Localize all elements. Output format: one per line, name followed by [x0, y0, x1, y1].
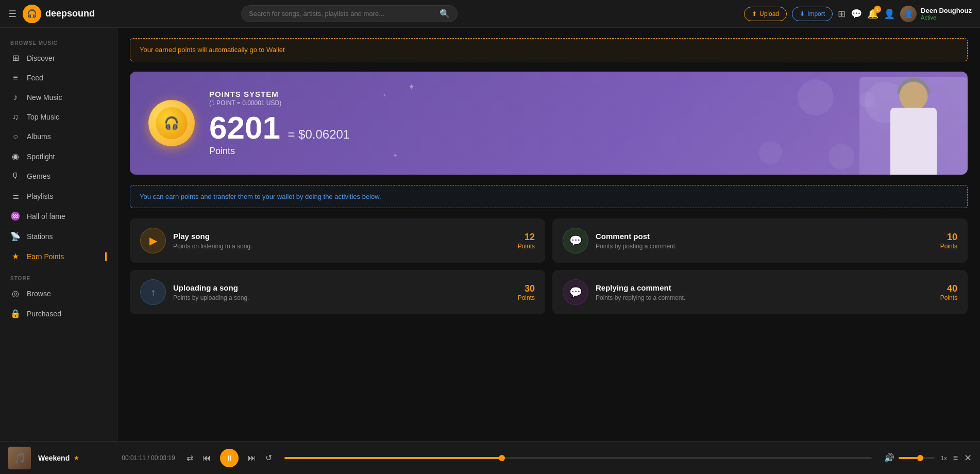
sidebar: BROWSE MUSIC ⊞ Discover ≡ Feed ♪ New Mus…	[0, 28, 117, 441]
comment-post-desc: Points by posting a comment.	[596, 243, 933, 250]
replying-comment-icon: 💬	[563, 279, 588, 305]
wallet-banner: Your earned points will automatically go…	[130, 38, 968, 61]
deco-circle-1	[798, 79, 834, 115]
search-bar[interactable]: 🔍	[241, 5, 458, 22]
prev-button[interactable]: ⏮	[202, 453, 211, 463]
hall-of-fame-icon: ♒	[10, 211, 21, 221]
browse-store-icon: ◎	[10, 289, 21, 298]
progress-thumb	[499, 455, 505, 461]
sidebar-item-albums[interactable]: ○ Albums	[0, 127, 117, 146]
uploading-song-text: Uploading a song Points by uploading a s…	[173, 283, 511, 301]
person-silhouette	[859, 77, 968, 175]
person-illustration	[854, 72, 968, 175]
next-button[interactable]: ⏭	[248, 453, 256, 463]
notification-badge: 1	[874, 6, 881, 13]
player-controls: ⇄ ⏮ ⏸ ⏭ ↺	[187, 449, 272, 467]
sidebar-item-playlists[interactable]: ≣ Playlists	[0, 186, 117, 206]
feed-icon: ≡	[10, 73, 21, 82]
points-number: 6201	[209, 112, 280, 144]
store-section-label: STORE	[0, 272, 117, 283]
nav-actions: ⬆ Upload ⬇ Import ⊞ 💬 🔔 1 👤 👤 Deen Dough…	[744, 6, 972, 22]
points-system-title: POINTS SYSTEM	[209, 90, 949, 98]
sidebar-item-browse-store[interactable]: ◎ Browse	[0, 283, 117, 303]
person-head	[900, 82, 928, 110]
logo-icon: 🎧	[23, 5, 41, 23]
hamburger-menu[interactable]: ☰	[8, 8, 16, 20]
activity-card-replying-comment: 💬 Replying a comment Points by replying …	[552, 270, 968, 314]
upload-button[interactable]: ⬆ Upload	[744, 7, 787, 21]
player-thumbnail: 🎵	[8, 447, 31, 469]
logo: 🎧 deepsound	[23, 5, 95, 23]
albums-icon: ○	[10, 132, 21, 141]
notification-icon[interactable]: 🔔 1	[867, 8, 878, 20]
replying-comment-points: 40 Points	[940, 283, 957, 301]
player-close-button[interactable]: ✕	[964, 452, 972, 464]
play-song-icon: ▶	[140, 228, 166, 253]
user-info: Deen Doughouz Active	[921, 7, 972, 21]
replying-comment-title: Replying a comment	[596, 283, 933, 292]
sidebar-item-genres[interactable]: 🎙 Genres	[0, 166, 117, 186]
sidebar-item-new-music[interactable]: ♪ New Music	[0, 88, 117, 107]
points-card: ✦ ✦ ✦ 🎧 POINTS SYSTEM (1 POINT = 0.00001…	[130, 72, 968, 175]
play-song-points: 12 Points	[518, 232, 535, 250]
new-music-icon: ♪	[10, 93, 21, 102]
import-icon: ⬇	[800, 10, 805, 18]
comment-post-title: Comment post	[596, 232, 933, 241]
player-right-controls: 🔊 1x ≡ ✕	[884, 452, 972, 464]
volume-area: 🔊	[884, 453, 935, 463]
top-music-icon: ♫	[10, 112, 21, 122]
activity-card-uploading-song: ↑ Uploading a song Points by uploading a…	[130, 270, 545, 314]
sidebar-item-top-music[interactable]: ♫ Top Music	[0, 107, 117, 127]
play-pause-button[interactable]: ⏸	[220, 449, 239, 467]
stations-icon: 📡	[10, 231, 21, 241]
activity-card-comment-post: 💬 Comment post Points by posting a comme…	[552, 218, 968, 263]
sidebar-item-purchased[interactable]: 🔒 Purchased	[0, 303, 117, 324]
replying-comment-desc: Points by replying to a comment.	[596, 294, 933, 301]
shuffle-button[interactable]: ⇄	[187, 453, 193, 463]
star-deco-2: ✦	[382, 92, 386, 98]
speed-button[interactable]: 1x	[941, 455, 947, 461]
upload-icon: ⬆	[752, 10, 757, 18]
user-status: Active	[921, 14, 972, 21]
progress-fill	[284, 457, 502, 459]
sidebar-item-spotlight[interactable]: ◉ Spotlight	[0, 146, 117, 166]
star-deco-1: ✦	[408, 82, 415, 92]
coin-icon: 🎧	[148, 100, 195, 146]
purchased-icon: 🔒	[10, 309, 21, 318]
comment-post-text: Comment post Points by posting a comment…	[596, 232, 933, 250]
volume-bar[interactable]	[899, 457, 935, 459]
sidebar-item-discover[interactable]: ⊞ Discover	[0, 48, 117, 68]
points-info: POINTS SYSTEM (1 POINT = 0.00001 USD) 62…	[209, 90, 949, 157]
volume-thumb	[917, 455, 923, 461]
import-button[interactable]: ⬇ Import	[792, 7, 833, 21]
sidebar-item-earn-points[interactable]: ★ Earn Points	[0, 246, 117, 266]
chat-icon[interactable]: 💬	[851, 8, 862, 20]
activity-card-play-song: ▶ Play song Points on listening to a son…	[130, 218, 545, 263]
points-usd: = $0.06201	[288, 127, 350, 141]
playlist-button[interactable]: ≡	[953, 453, 958, 463]
volume-icon[interactable]: 🔊	[884, 453, 894, 463]
discover-icon: ⊞	[10, 53, 21, 63]
sidebar-item-hall-of-fame[interactable]: ♒ Hall of fame	[0, 206, 117, 226]
active-indicator	[105, 252, 107, 261]
points-system-subtitle: (1 POINT = 0.00001 USD)	[209, 99, 949, 107]
sidebar-item-stations[interactable]: 📡 Stations	[0, 226, 117, 246]
uploading-song-title: Uploading a song	[173, 283, 511, 292]
play-song-title: Play song	[173, 232, 511, 241]
uploading-song-icon: ↑	[140, 279, 166, 305]
search-input[interactable]	[249, 10, 435, 18]
logo-text: deepsound	[45, 8, 95, 19]
player-bar: 🎵 Weekend ★ 00:01:11 / 00:03:19 ⇄ ⏮ ⏸ ⏭ …	[0, 441, 980, 474]
content-area: Your earned points will automatically go…	[117, 28, 980, 441]
repeat-button[interactable]: ↺	[265, 453, 272, 463]
progress-bar[interactable]	[284, 457, 872, 459]
sidebar-item-feed[interactable]: ≡ Feed	[0, 68, 117, 88]
player-time: 00:01:11 / 00:03:19	[117, 454, 179, 462]
person-body	[890, 108, 937, 175]
user-area[interactable]: 👤 Deen Doughouz Active	[900, 6, 972, 22]
user-settings-icon[interactable]: 👤	[884, 8, 895, 20]
player-track-title: Weekend	[38, 454, 70, 462]
grid-icon[interactable]: ⊞	[838, 8, 846, 20]
player-track-info: Weekend ★	[38, 454, 110, 462]
main-layout: BROWSE MUSIC ⊞ Discover ≡ Feed ♪ New Mus…	[0, 28, 980, 441]
